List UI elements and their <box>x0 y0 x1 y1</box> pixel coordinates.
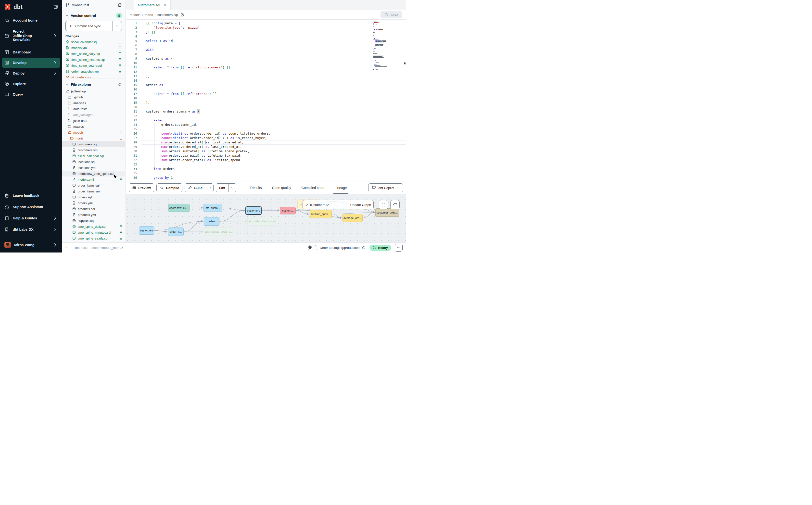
compile-button[interactable]: Compile <box>156 183 182 192</box>
lineage-node-cust[interactable]: customers <box>246 206 262 215</box>
refresh-button[interactable] <box>390 200 399 209</box>
sidebar-item-support-assistant[interactable]: Support Assistant <box>0 201 62 212</box>
changed-file-row[interactable]: stg_orders.sql <box>62 74 125 78</box>
preview-button[interactable]: Preview <box>129 183 154 192</box>
breadcrumb-part[interactable]: customers.sql <box>157 13 178 17</box>
scrollbar-thumb[interactable] <box>404 62 405 64</box>
tree-file-locations-yml[interactable]: locations.yml <box>62 165 125 171</box>
lineage-node-oit[interactable]: order_it... <box>168 227 184 236</box>
copy-icon[interactable] <box>118 3 122 7</box>
minimap-line <box>373 52 392 52</box>
tab-results[interactable]: Results <box>250 181 262 194</box>
lineage-node-avg[interactable]: average_ord... <box>342 214 363 222</box>
changed-file-row[interactable]: fiscal_calendar.sql <box>62 39 125 45</box>
tree-folder-macros[interactable]: macros <box>62 124 125 130</box>
changed-file-row[interactable]: order_snapshot.yml <box>62 68 125 74</box>
tree-folder-dbt-packages[interactable]: dbt_packages <box>62 112 125 118</box>
lineage-node-stgc[interactable]: stg_custo... <box>203 204 222 212</box>
button-main[interactable]: Lint <box>216 184 228 192</box>
version-control-header[interactable]: Version control 8 <box>62 10 125 20</box>
sidebar-user[interactable]: Mirna Wong <box>0 237 62 252</box>
dbt-copilot-button[interactable]: dbt Copilot <box>368 183 403 192</box>
more-options-button[interactable] <box>395 244 402 251</box>
tree-folder-data-tests[interactable]: data-tests <box>62 106 125 112</box>
tree-folder-marts[interactable]: marts <box>62 135 125 141</box>
minimap[interactable] <box>373 22 392 70</box>
collapse-sidebar-icon[interactable] <box>53 4 58 9</box>
tree-file-customers-sql[interactable]: customers.sql <box>62 141 125 147</box>
lint-button[interactable]: Lint <box>216 183 236 192</box>
button-main[interactable]: Preview <box>129 184 154 192</box>
tree-file-time-spine-yearly-sql[interactable]: time_spine_yearly.sql <box>62 235 125 241</box>
tree-file-orders-yml[interactable]: orders.yml <box>62 200 125 206</box>
tree-file-orders-sql[interactable]: orders.sql <box>62 194 125 200</box>
breadcrumb-part[interactable]: models <box>130 13 141 17</box>
lineage-canvas[interactable]: count_lifetim...ecom.raw_cu...stg_custo.… <box>126 194 406 243</box>
tree-file-supplies-sql[interactable]: supplies.sql <box>62 218 125 223</box>
help-circle-icon[interactable] <box>362 246 365 249</box>
tab-lineage[interactable]: Lineage <box>335 181 347 194</box>
tree-file-order-items-sql[interactable]: order_items.sql <box>62 182 125 188</box>
lineage-node-life[interactable]: lifetime_spen... <box>310 210 332 218</box>
tab-customers-sql[interactable]: customers.sql <box>134 0 171 10</box>
branch-name[interactable]: mwong-test <box>72 3 89 7</box>
lineage-node-ord[interactable]: orders <box>204 217 219 225</box>
close-icon[interactable] <box>163 3 167 7</box>
sidebar-item-deploy[interactable]: Deploy <box>2 68 60 78</box>
update-graph-button[interactable]: Update Graph <box>348 200 373 209</box>
changed-file-row[interactable]: time_spine_yearly.sql <box>62 62 125 68</box>
build-button[interactable]: Build <box>185 183 213 192</box>
button-main[interactable]: Compile <box>157 184 182 192</box>
sidebar-item-explore[interactable]: Explore <box>2 79 60 89</box>
defer-toggle[interactable] <box>308 245 317 250</box>
lint-options-button[interactable] <box>228 184 236 192</box>
sidebar-item-account-home[interactable]: Account home <box>0 14 62 27</box>
tab-code-quality[interactable]: Code quality <box>272 181 291 194</box>
lineage-search-input[interactable]: 2+customers+2 <box>303 200 348 209</box>
tree-file-fiscal-calendar-sql[interactable]: fiscal_calendar.sql <box>62 153 125 159</box>
sidebar-item-develop[interactable]: Develop <box>2 57 60 68</box>
sidebar-item-project[interactable]: Project Jaffle Shop Snowflake <box>0 27 62 45</box>
lineage-node-stgo[interactable]: stg_orders <box>139 226 154 234</box>
expand-command-bar-icon[interactable] <box>64 245 68 249</box>
search-icon[interactable] <box>118 82 122 87</box>
tree-folder-analyses[interactable]: analyses <box>62 100 125 106</box>
code-pane[interactable]: {{ config(meta = { 'favorite_food': 'piz… <box>142 20 406 181</box>
panel-splitter[interactable] <box>62 78 125 80</box>
tree-file-time-spine-daily-sql[interactable]: time_spine_daily.sql <box>62 223 125 229</box>
commit-and-sync-button[interactable]: Commit and sync <box>65 21 122 31</box>
lineage-compass-icon[interactable] <box>180 13 184 17</box>
file-explorer-header[interactable]: File explorer <box>62 80 125 88</box>
command-input[interactable]: dbt build --select <model_name> <box>75 246 123 249</box>
lineage-node-corde[interactable]: customer_orde... <box>375 208 399 217</box>
code-editor[interactable]: 1234567891011121314151617181920212223242… <box>126 20 406 181</box>
lineage-node-pink[interactable]: custom... <box>280 207 296 214</box>
sidebar-item-leave-feedback[interactable]: Leave feedback <box>0 190 62 201</box>
changed-file-row[interactable]: time_spine_minutes.sql <box>62 57 125 62</box>
tree-folder-jaffle-shop[interactable]: jaffle-shop <box>62 88 125 94</box>
build-options-button[interactable] <box>206 184 213 192</box>
changed-file-row[interactable]: models.yml <box>62 45 125 51</box>
button-main[interactable]: Build <box>185 184 206 192</box>
tree-file-locations-sql[interactable]: locations.sql <box>62 159 125 165</box>
tree-file-products-yml[interactable]: products.yml <box>62 212 125 218</box>
lineage-node-ecom[interactable]: ecom.raw_cu... <box>168 204 189 212</box>
save-button[interactable]: Save <box>380 11 402 18</box>
tree-file-order-items-yml[interactable]: order_items.yml <box>62 188 125 194</box>
tree-folder-jaffle-data[interactable]: jaffle-data <box>62 118 125 124</box>
sidebar-item-dashboard[interactable]: Dashboard <box>2 47 60 57</box>
tree-folder--github[interactable]: .github <box>62 94 125 100</box>
sidebar-item-help-guides[interactable]: Help & Guides <box>0 212 62 224</box>
tree-file-products-sql[interactable]: products.sql <box>62 206 125 212</box>
fullscreen-button[interactable] <box>379 200 388 209</box>
tab-compiled-code[interactable]: Compiled code <box>301 181 324 194</box>
commit-options-button[interactable] <box>113 21 122 31</box>
tree-folder-models[interactable]: models <box>62 130 125 135</box>
tree-file-customers-yml[interactable]: customers.yml <box>62 147 125 153</box>
sidebar-item-query[interactable]: Query <box>2 89 60 100</box>
new-tab-button[interactable] <box>397 2 402 8</box>
tree-file-time-spine-minutes-sql[interactable]: time_spine_minutes.sql <box>62 229 125 235</box>
sidebar-item-dbt-labs-dx[interactable]: dbt Labs DX <box>0 224 62 235</box>
changed-file-row[interactable]: time_spine_daily.sql <box>62 51 125 57</box>
breadcrumb-part[interactable]: marts <box>145 13 153 17</box>
